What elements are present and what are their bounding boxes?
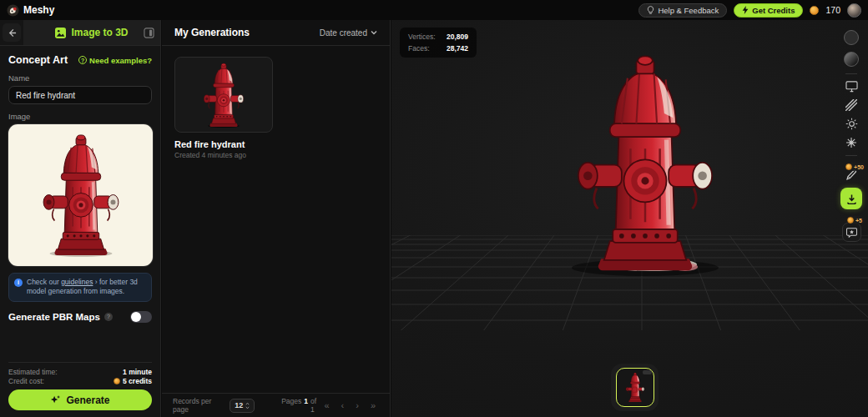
vertices-label: Vertices: — [408, 33, 440, 41]
viewport-toolbar: +50 +5 — [839, 30, 864, 242]
wireframe-sphere-icon — [844, 30, 859, 45]
sort-label: Date created — [320, 28, 367, 38]
feedback-tool[interactable]: +5 — [842, 216, 861, 242]
hydrant-3d-model[interactable] — [578, 56, 712, 270]
edit-pen-icon — [845, 169, 857, 181]
guidelines-note-text: Check our guidelines › for better 3d mod… — [27, 278, 145, 297]
diagonal-hatch-icon — [845, 99, 857, 111]
lighting-button[interactable] — [845, 118, 858, 130]
toolbar-divider — [845, 73, 857, 74]
meshy-logo[interactable]: Meshy — [7, 4, 54, 17]
faces-value: 28,742 — [447, 44, 468, 53]
image-to-3d-panel: Image to 3D Concept Art ? Need examples?… — [0, 20, 161, 417]
records-per-page-select[interactable]: 12 — [230, 399, 255, 413]
generate-section: Estimated time: 1 minute Credit cost: 5 … — [8, 362, 152, 410]
get-credits-button[interactable]: Get Credits — [734, 3, 803, 18]
current-page: 1 — [304, 397, 308, 414]
environment-button[interactable] — [845, 137, 857, 148]
toggle-knob — [131, 312, 141, 322]
retexture-tool[interactable]: +50 — [840, 163, 862, 181]
generation-thumbnail — [174, 57, 273, 133]
shaded-view-button[interactable] — [844, 52, 859, 67]
generations-title: My Generations — [174, 27, 250, 38]
vertices-value: 20,809 — [447, 33, 468, 41]
panel-title: Image to 3D — [71, 27, 128, 38]
thumbnail-hydrant-image — [625, 371, 645, 404]
viewport-thumbnail-tray — [611, 364, 659, 411]
chevron-down-icon — [371, 30, 377, 35]
faces-label: Faces: — [408, 44, 440, 53]
help-feedback-button[interactable]: Help & Feedback — [638, 3, 727, 18]
chat-star-icon — [846, 227, 857, 238]
texture-pattern-button[interactable] — [845, 99, 857, 111]
logo-text: Meshy — [23, 4, 54, 16]
panel-body: Concept Art ? Need examples? Name Image … — [0, 46, 160, 417]
pbr-toggle[interactable] — [130, 311, 152, 323]
feedback-button[interactable] — [842, 223, 861, 242]
info-icon: i — [14, 279, 23, 287]
generation-card[interactable]: Red fire hydrant Created 4 minutes ago — [174, 57, 273, 159]
pbr-label: Generate PBR Maps — [8, 312, 100, 322]
lightning-icon — [742, 6, 749, 14]
my-generations-panel: My Generations Date created Red fire hyd… — [162, 20, 391, 417]
feedback-credit-badge: +5 — [846, 216, 865, 224]
help-feedback-label: Help & Feedback — [658, 6, 719, 15]
sparkles-icon — [50, 394, 61, 405]
generations-header: My Generations Date created — [162, 20, 390, 46]
display-settings-button[interactable] — [845, 81, 858, 93]
tab-image-to-3d[interactable]: Image to 3D — [23, 20, 160, 45]
back-button[interactable] — [3, 23, 21, 42]
pbr-row: Generate PBR Maps ? — [8, 311, 152, 323]
estimated-time-value: 1 minute — [123, 368, 152, 376]
question-circle-icon: ? — [78, 56, 87, 64]
name-input[interactable] — [8, 86, 152, 104]
concept-image-preview[interactable] — [8, 124, 153, 266]
download-icon — [846, 193, 857, 204]
generation-thumbnail-image — [202, 62, 245, 128]
viewport-scene — [391, 20, 868, 417]
meshy-app: Meshy Help & Feedback Get Credits 170 Im… — [0, 0, 868, 417]
sort-dropdown[interactable]: Date created — [320, 28, 377, 38]
image-icon — [55, 28, 66, 38]
records-per-page-label: Records per page — [173, 397, 225, 414]
thumbnail-badge — [643, 370, 652, 374]
badge-coin-icon — [845, 163, 852, 170]
retexture-credit-badge: +50 — [845, 163, 866, 171]
arrow-left-icon — [8, 28, 17, 38]
prev-page-button[interactable]: ‹ — [341, 401, 345, 410]
user-avatar[interactable] — [847, 3, 861, 18]
get-credits-label: Get Credits — [752, 6, 795, 15]
generations-footer: Records per page 12 Pages 1 of 1 « ‹ › » — [162, 393, 390, 417]
credits-balance: 170 — [825, 5, 840, 15]
credit-cost-value: 5 credits — [123, 377, 152, 385]
generation-name: Red fire hydrant — [174, 139, 273, 149]
first-page-button[interactable]: « — [324, 401, 329, 410]
3d-viewport[interactable]: Vertices: 20,809 Faces: 28,742 — [391, 20, 868, 417]
pbr-info-icon: ? — [104, 313, 113, 321]
need-examples-label: Need examples? — [89, 56, 152, 65]
monitor-icon — [845, 81, 858, 93]
lightbulb-icon — [647, 6, 654, 14]
cost-coin-icon — [114, 378, 120, 384]
sun-icon — [845, 118, 858, 130]
meshy-logo-icon — [7, 4, 19, 17]
need-examples-link[interactable]: ? Need examples? — [78, 56, 152, 65]
panel-collapse-icon[interactable] — [144, 27, 154, 42]
next-page-button[interactable]: › — [356, 401, 359, 410]
generate-button[interactable]: Generate — [8, 389, 152, 410]
generation-created: Created 4 minutes ago — [174, 151, 273, 159]
badge-coin-icon — [847, 217, 854, 224]
spinner-arrows-icon — [245, 402, 250, 409]
name-label: Name — [8, 73, 152, 83]
pagination: « ‹ › » — [324, 401, 379, 410]
panel-header: Image to 3D — [0, 20, 160, 46]
guidelines-note: i Check our guidelines › for better 3d m… — [8, 273, 152, 302]
mesh-stats: Vertices: 20,809 Faces: 28,742 — [400, 28, 477, 58]
last-page-button[interactable]: » — [371, 401, 376, 410]
wireframe-view-button[interactable] — [844, 30, 859, 45]
download-button[interactable] — [840, 188, 862, 209]
snowflake-icon — [845, 137, 857, 148]
section-title: Concept Art — [8, 54, 68, 66]
selected-version-thumbnail[interactable] — [616, 368, 654, 407]
guidelines-link[interactable]: guidelines — [61, 278, 93, 286]
